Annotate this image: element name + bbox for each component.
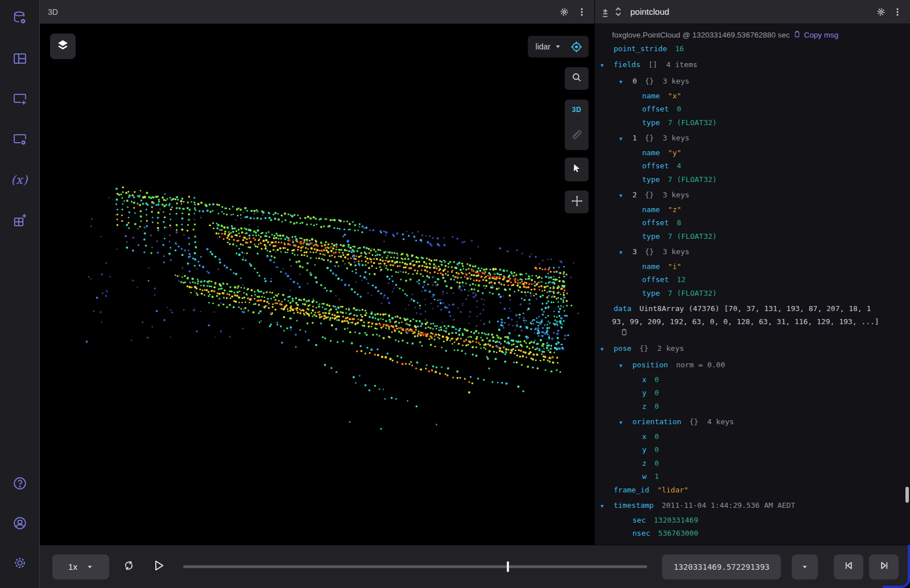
message-meta: foxglove.PointCloud @ 1320331469.5367628…	[595, 26, 910, 42]
variables-icon: (x)	[11, 173, 28, 187]
inspector-header: ± pointcloud	[595, 0, 910, 24]
main-area: 3D lidar	[40, 0, 910, 588]
sidebar-layout-grid-button[interactable]	[7, 46, 32, 71]
layers-button[interactable]	[50, 34, 76, 59]
settings-icon	[12, 555, 28, 571]
3d-viewport[interactable]: lidar 3D	[40, 24, 594, 545]
frame-dropdown[interactable]: lidar	[536, 42, 551, 51]
sidebar-help-button[interactable]	[7, 471, 32, 496]
skip-back-icon	[842, 559, 855, 574]
scrollbar-thumb[interactable]	[905, 487, 909, 503]
panel-menu-icon[interactable]	[577, 7, 586, 16]
tree-row[interactable]: ▼orientation{} 4 keys	[595, 415, 910, 430]
sidebar-extensions-button[interactable]	[7, 208, 32, 233]
tree-row: sec1320331469	[595, 514, 910, 527]
tree-row: x0	[595, 430, 910, 444]
tree-row: type7 (FLOAT32)	[595, 173, 910, 187]
account-icon	[12, 515, 28, 531]
view-mode-group: 3D	[565, 100, 589, 150]
3d-mode-button[interactable]: 3D	[572, 106, 581, 114]
play-button[interactable]	[148, 557, 168, 577]
panel-settings-icon	[12, 131, 28, 147]
tree-row: type7 (FLOAT32)	[595, 287, 910, 300]
tree-row: name"x"	[595, 89, 910, 103]
sidebar-add-panel-button[interactable]	[7, 86, 32, 111]
tree-row[interactable]: ▼0{} 3 keys	[595, 74, 910, 89]
tree-row: frame_id"lidar"	[595, 483, 910, 497]
tree-row[interactable]: ▼2{} 3 keys	[595, 188, 910, 203]
sidebar-variables-button[interactable]: (x)	[7, 167, 32, 192]
playback-speed-button[interactable]: 1x	[52, 554, 109, 579]
message-tree: foxglove.PointCloud @ 1320331469.5367628…	[595, 24, 910, 545]
tree-row: name"y"	[595, 146, 910, 160]
sidebar-panel-settings-button[interactable]	[7, 127, 32, 152]
pointcloud-canvas[interactable]	[40, 24, 594, 545]
extensions-icon	[12, 212, 28, 228]
playback-bar: 1x 1320331469.572291393	[40, 545, 910, 588]
search-icon	[571, 72, 582, 85]
foxglove-app: (x) 3D lidar	[0, 0, 910, 588]
clipboard-icon	[793, 30, 801, 40]
cursor-icon	[571, 163, 582, 176]
tree-row[interactable]: ▼timestamp2011-11-04 1:44:29.536 AM AEDT	[595, 499, 910, 514]
move-icon	[570, 194, 584, 210]
chevron-down-icon	[801, 564, 808, 570]
sort-updown-icon[interactable]	[614, 7, 622, 16]
tree-row: name"z"	[595, 203, 910, 217]
message-schema-time: foxglove.PointCloud @ 1320331469.5367628…	[612, 31, 789, 39]
search-button[interactable]	[565, 67, 589, 90]
tree-row: nsec536763000	[595, 527, 910, 540]
loop-button[interactable]	[118, 557, 139, 577]
sidebar-account-button[interactable]	[7, 511, 32, 536]
viewport-toolbar: 3D	[565, 67, 589, 213]
tree-row[interactable]: ▼3{} 3 keys	[595, 245, 910, 260]
tree-row[interactable]: ▼1{} 3 keys	[595, 131, 910, 146]
frame-selector: lidar	[528, 36, 589, 57]
tree-row[interactable]: ▼pose{} 2 keys	[595, 342, 910, 357]
panel-settings-icon[interactable]	[559, 7, 569, 17]
select-tool-button[interactable]	[565, 158, 589, 181]
panel-row: 3D lidar	[40, 0, 910, 545]
tree-row[interactable]: ▼positionnorm = 0.00	[595, 358, 910, 373]
sidebar: (x)	[0, 0, 40, 588]
tree-row: offset8	[595, 216, 910, 230]
panel-3d: 3D lidar	[40, 0, 594, 545]
inspector-title: pointcloud	[630, 7, 869, 16]
tree-row: y0	[595, 443, 910, 457]
tree-row: z0	[595, 457, 910, 470]
skip-forward-icon	[878, 559, 891, 574]
seek-backward-button[interactable]	[834, 554, 863, 579]
copy-data-button[interactable]	[595, 328, 910, 339]
inspector-settings-icon[interactable]	[876, 7, 886, 17]
current-timestamp-field[interactable]: 1320331469.572291393	[662, 554, 781, 579]
tree-row: offset0	[595, 102, 910, 116]
follow-target-button[interactable]	[567, 38, 585, 56]
seek-slider[interactable]	[183, 565, 647, 568]
tree-row: offset12	[595, 273, 910, 287]
seek-forward-button[interactable]	[869, 554, 899, 579]
sidebar-data-source-button[interactable]	[7, 6, 32, 31]
tree-row-data-wrap: 93, 99, 209, 192, 63, 0, 0, 128, 63, 31,…	[595, 316, 910, 328]
playhead[interactable]	[507, 561, 509, 572]
tree-row: x0	[595, 373, 910, 387]
tree-row: point_stride16	[595, 42, 910, 56]
move-tool-button[interactable]	[565, 191, 589, 213]
help-icon	[12, 475, 28, 491]
tree-row: name"i"	[595, 260, 910, 274]
tree-row[interactable]: ▼fields[] 4 items	[595, 58, 910, 73]
expand-collapse-icon[interactable]: ±	[603, 7, 607, 17]
panel-3d-header: 3D	[40, 0, 594, 24]
copy-msg-button[interactable]: Copy msg	[793, 30, 838, 40]
tree-row: type7 (FLOAT32)	[595, 116, 910, 130]
sidebar-settings-button[interactable]	[7, 550, 32, 575]
chevron-down-icon[interactable]	[555, 43, 561, 50]
ruler-icon[interactable]	[570, 128, 584, 143]
timestamp-format-dropdown[interactable]	[792, 554, 818, 579]
tree-row: offset4	[595, 159, 910, 173]
inspector-menu-icon[interactable]	[893, 7, 902, 16]
tree-row: z0	[595, 400, 910, 413]
tree-row: type7 (FLOAT32)	[595, 230, 910, 243]
data-source-icon	[12, 10, 28, 26]
layout-grid-icon	[12, 51, 28, 67]
add-panel-icon	[12, 91, 28, 107]
